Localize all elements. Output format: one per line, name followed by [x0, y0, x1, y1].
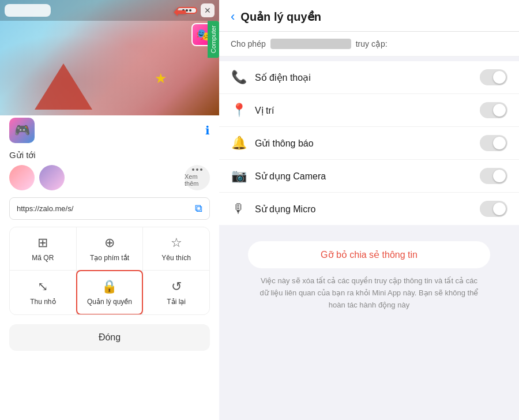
permission-item-micro: 🎙 Sử dụng Micro — [219, 193, 519, 225]
remove-section: Gỡ bỏ chia sẻ thông tin Việc này sẽ xóa … — [219, 230, 519, 320]
phone-perm-label: Số điện thoại — [255, 72, 472, 83]
location-perm-icon: 📍 — [231, 103, 247, 118]
action-grid: ⊞ Mã QR ⊕ Tạo phím tắt ☆ Yêu thích ⤡ Thu… — [9, 227, 210, 315]
manage-label: Quản lý quyền — [87, 298, 132, 306]
recipient-avatar-2 — [39, 165, 65, 190]
notification-toggle-knob — [493, 137, 506, 149]
game-title — [5, 4, 51, 17]
game-top-icons: ➡ ✕ — [176, 3, 215, 17]
triangle-decoration — [35, 63, 92, 110]
copy-icon[interactable]: ⧉ — [195, 202, 202, 215]
recipients-row: Xem thêm — [0, 165, 219, 197]
micro-perm-icon: 🎙 — [231, 201, 247, 216]
qr-label: Mã QR — [32, 254, 54, 262]
permission-item-camera: 📷 Sử dụng Camera — [219, 160, 519, 193]
notification-toggle[interactable] — [480, 135, 507, 151]
right-header: ‹ Quản lý quyền — [219, 0, 519, 32]
camera-perm-label: Sử dụng Camera — [255, 171, 472, 182]
phone-toggle-knob — [493, 71, 506, 84]
permission-description: Cho phép truy cập: — [219, 32, 519, 57]
desc-after: truy cập: — [356, 39, 388, 48]
permission-item-location: 📍 Vị trí — [219, 94, 519, 127]
action-manage[interactable]: 🔒 Quản lý quyền — [76, 270, 144, 315]
red-arrow-icon: ➡ — [174, 2, 187, 21]
recipient-avatar-1 — [9, 165, 35, 190]
remove-description: Việc này sẽ xóa tất cả các quyền truy cậ… — [260, 275, 479, 311]
url-text: https://zalo.me/s/ — [17, 204, 190, 213]
remove-data-button[interactable]: Gỡ bỏ chia sẻ thông tin — [248, 241, 490, 268]
more-dots — [192, 168, 202, 171]
minimize-label: Thu nhỏ — [30, 298, 55, 306]
more-dot-3 — [200, 168, 202, 171]
location-toggle-knob — [493, 104, 506, 117]
phone-toggle[interactable] — [480, 69, 507, 85]
manage-icon: 🔒 — [101, 279, 117, 294]
bottom-sheet: 🎮 ℹ Gửi tới Xem thêm https://zalo.me/s/ … — [0, 106, 219, 420]
close-sheet-button[interactable]: Đóng — [9, 324, 210, 351]
xem-them-label: Xem thêm — [185, 173, 210, 187]
back-button[interactable]: ‹ — [231, 9, 235, 24]
blurred-app-name — [270, 39, 351, 49]
star-decoration: ★ — [155, 70, 167, 87]
permission-item-phone: 📞 Số điện thoại — [219, 61, 519, 94]
shortcut-label: Tạo phím tắt — [90, 254, 129, 262]
camera-toggle[interactable] — [480, 168, 507, 184]
more-dot-2 — [196, 168, 198, 171]
send-to-label: Gửi tới — [0, 150, 219, 165]
desc-before: Cho phép — [231, 39, 266, 48]
phone-perm-icon: 📞 — [231, 70, 247, 85]
permission-item-notification: 🔔 Gửi thông báo — [219, 127, 519, 160]
reload-icon: ↺ — [171, 279, 182, 294]
game-area: ★ ➡ ✕ 🎭 Computer — [0, 0, 219, 115]
url-bar: https://zalo.me/s/ ⧉ — [9, 197, 210, 220]
reload-label: Tải lại — [167, 298, 186, 306]
action-favorite[interactable]: ☆ Yêu thích — [143, 227, 209, 270]
qr-icon: ⊞ — [37, 235, 48, 250]
right-panel: ‹ Quản lý quyền Cho phép truy cập: 📞 Số … — [219, 0, 519, 420]
micro-perm-label: Sử dụng Micro — [255, 204, 472, 215]
info-icon[interactable]: ℹ — [205, 123, 210, 137]
notification-perm-label: Gửi thông báo — [255, 138, 472, 149]
action-minimize[interactable]: ⤡ Thu nhỏ — [10, 271, 76, 314]
computer-label: Computer — [208, 21, 219, 58]
left-panel: ★ ➡ ✕ 🎭 Computer 🎮 ℹ Gửi tới — [0, 0, 219, 420]
app-icon: 🎮 — [9, 118, 35, 143]
shortcut-icon: ⊕ — [104, 235, 115, 250]
favorite-label: Yêu thích — [161, 254, 191, 262]
minimize-icon: ⤡ — [37, 279, 48, 294]
location-toggle[interactable] — [480, 102, 507, 118]
notification-perm-icon: 🔔 — [231, 136, 247, 151]
action-qr[interactable]: ⊞ Mã QR — [10, 227, 76, 270]
camera-perm-icon: 📷 — [231, 168, 247, 183]
more-recipients-button[interactable]: Xem thêm — [185, 165, 210, 190]
more-dot-1 — [192, 168, 194, 171]
app-row: 🎮 ℹ — [0, 118, 219, 150]
close-game-button[interactable]: ✕ — [201, 3, 215, 17]
favorite-icon: ☆ — [171, 235, 182, 250]
game-top-bar: ➡ ✕ — [0, 0, 219, 21]
camera-toggle-knob — [493, 170, 506, 182]
micro-toggle-knob — [493, 202, 506, 215]
action-reload[interactable]: ↺ Tải lại — [143, 271, 209, 314]
micro-toggle[interactable] — [480, 201, 507, 217]
location-perm-label: Vị trí — [255, 105, 472, 116]
action-shortcut[interactable]: ⊕ Tạo phím tắt — [77, 227, 143, 270]
page-title: Quản lý quyền — [240, 10, 321, 24]
permission-list: 📞 Số điện thoại 📍 Vị trí 🔔 Gửi thông báo… — [219, 61, 519, 225]
dot-3 — [189, 9, 191, 12]
